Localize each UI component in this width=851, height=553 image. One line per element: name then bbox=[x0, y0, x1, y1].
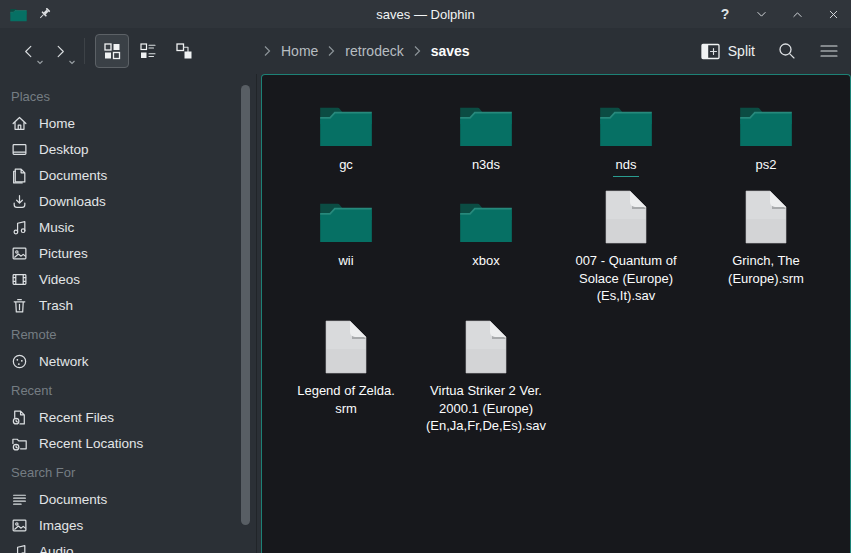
breadcrumb-chevron-icon bbox=[327, 45, 336, 57]
icons-view-button[interactable] bbox=[95, 34, 129, 68]
tree-view-icon bbox=[175, 42, 193, 60]
folder-icon bbox=[459, 199, 513, 243]
video-icon bbox=[11, 271, 28, 288]
search-icon bbox=[777, 41, 797, 61]
back-button[interactable] bbox=[12, 35, 44, 67]
sidebar-item-home[interactable]: Home bbox=[0, 110, 261, 136]
back-history-caret-icon[interactable] bbox=[36, 60, 44, 65]
sidebar-item-music[interactable]: Music bbox=[0, 214, 261, 240]
item-label-hovered: nds bbox=[613, 156, 640, 177]
window-body: Places Home Desktop Documents Downloads … bbox=[0, 74, 851, 553]
section-header-search-for: Search For bbox=[0, 456, 261, 486]
folder-icon bbox=[599, 103, 653, 147]
sidebar-divider bbox=[256, 74, 257, 553]
document-lines-icon bbox=[11, 491, 28, 508]
split-view-icon bbox=[701, 43, 720, 60]
split-button-label: Split bbox=[728, 43, 755, 59]
sidebar-scrollbar-thumb[interactable] bbox=[241, 85, 250, 525]
file-item-grinch-the[interactable]: Grinch, The (Europe).srm bbox=[696, 189, 836, 319]
sidebar-item-pictures[interactable]: Pictures bbox=[0, 240, 261, 266]
close-button[interactable] bbox=[825, 6, 841, 22]
folder-icon bbox=[319, 103, 373, 147]
sidebar-item-label: Trash bbox=[39, 298, 73, 313]
section-header-places: Places bbox=[0, 80, 261, 110]
file-item-legend-of-zelda[interactable]: Legend of Zelda. srm bbox=[276, 319, 416, 435]
folder-icon bbox=[739, 103, 793, 147]
folder-item-wii[interactable]: wii bbox=[276, 189, 416, 319]
item-label: Legend of Zelda. srm bbox=[297, 382, 395, 417]
folder-item-n3ds[interactable]: n3ds bbox=[416, 93, 556, 189]
sidebar-item-label: Network bbox=[39, 354, 89, 369]
section-header-recent: Recent bbox=[0, 374, 261, 404]
sidebar-item-search-documents[interactable]: Documents bbox=[0, 486, 261, 512]
folder-item-xbox[interactable]: xbox bbox=[416, 189, 556, 319]
icon-grid-row: gc n3ds nds ps2 bbox=[276, 93, 850, 189]
file-item-virtua-striker-2[interactable]: Virtua Striker 2 Ver. 2000.1 (Europe) (E… bbox=[416, 319, 556, 435]
sidebar-item-label: Pictures bbox=[39, 246, 88, 261]
sidebar-item-videos[interactable]: Videos bbox=[0, 266, 261, 292]
item-label: n3ds bbox=[472, 156, 500, 174]
sidebar-item-label: Downloads bbox=[39, 194, 106, 209]
sidebar-item-label: Recent Files bbox=[39, 410, 114, 425]
titlebar[interactable]: saves — Dolphin ? bbox=[0, 0, 851, 28]
item-label: xbox bbox=[472, 252, 499, 270]
breadcrumb-item-saves[interactable]: saves bbox=[431, 43, 470, 59]
image-icon bbox=[11, 517, 28, 534]
help-button[interactable]: ? bbox=[717, 6, 733, 22]
split-button[interactable]: Split bbox=[701, 43, 755, 60]
hamburger-menu-icon bbox=[819, 41, 839, 61]
sidebar-item-recent-files[interactable]: Recent Files bbox=[0, 404, 261, 430]
file-icon bbox=[324, 319, 368, 375]
maximize-button[interactable] bbox=[789, 6, 805, 22]
sidebar-item-documents[interactable]: Documents bbox=[0, 162, 261, 188]
desktop-icon bbox=[11, 141, 28, 158]
folder-item-nds[interactable]: nds bbox=[556, 93, 696, 189]
sidebar-item-label: Recent Locations bbox=[39, 436, 143, 451]
icons-view-icon bbox=[103, 42, 121, 60]
item-label: Virtua Striker 2 Ver. 2000.1 (Europe) (E… bbox=[426, 382, 546, 435]
music-icon bbox=[11, 219, 28, 236]
sidebar-item-label: Documents bbox=[39, 168, 107, 183]
toolbar: Home retrodeck saves Split bbox=[0, 28, 851, 74]
item-label: wii bbox=[338, 252, 353, 270]
folder-item-ps2[interactable]: ps2 bbox=[696, 93, 836, 189]
sidebar-item-desktop[interactable]: Desktop bbox=[0, 136, 261, 162]
folder-icon bbox=[319, 199, 373, 243]
pin-icon[interactable] bbox=[37, 7, 52, 22]
sidebar-item-label: Documents bbox=[39, 492, 107, 507]
icon-grid-row: wii xbox 007 - Quantum of Solace (Europe… bbox=[276, 189, 850, 319]
file-icon bbox=[604, 189, 648, 245]
sidebar-item-label: Videos bbox=[39, 272, 80, 287]
sidebar-item-search-images[interactable]: Images bbox=[0, 512, 261, 538]
sidebar-item-search-audio[interactable]: Audio bbox=[0, 538, 261, 553]
window-controls: ? bbox=[717, 6, 841, 22]
forward-history-caret-icon[interactable] bbox=[68, 60, 76, 65]
sidebar-item-network[interactable]: Network bbox=[0, 348, 261, 374]
sidebar-item-recent-locations[interactable]: Recent Locations bbox=[0, 430, 261, 456]
document-icon bbox=[11, 167, 28, 184]
search-button[interactable] bbox=[777, 41, 797, 61]
sidebar-item-label: Audio bbox=[39, 544, 74, 553]
breadcrumb-chevron-icon bbox=[263, 45, 272, 57]
section-header-remote: Remote bbox=[0, 318, 261, 348]
sidebar-item-downloads[interactable]: Downloads bbox=[0, 188, 261, 214]
folder-view[interactable]: gc n3ds nds ps2 wii bbox=[261, 74, 851, 553]
details-view-button[interactable] bbox=[131, 34, 165, 68]
folder-item-gc[interactable]: gc bbox=[276, 93, 416, 189]
dolphin-window: saves — Dolphin ? bbox=[0, 0, 851, 553]
tree-view-button[interactable] bbox=[167, 34, 201, 68]
toolbar-separator bbox=[84, 38, 85, 64]
recent-folder-icon bbox=[11, 435, 28, 452]
file-item-007-quantum-of-solace[interactable]: 007 - Quantum of Solace (Europe) (Es,It)… bbox=[556, 189, 696, 319]
breadcrumb-item-home[interactable]: Home bbox=[281, 43, 318, 59]
sidebar-item-trash[interactable]: Trash bbox=[0, 292, 261, 318]
sidebar-item-label: Images bbox=[39, 518, 83, 533]
minimize-button[interactable] bbox=[753, 6, 769, 22]
network-icon bbox=[11, 353, 28, 370]
menu-button[interactable] bbox=[819, 41, 839, 61]
breadcrumb-item-retrodeck[interactable]: retrodeck bbox=[345, 43, 403, 59]
sidebar-item-label: Desktop bbox=[39, 142, 89, 157]
forward-button[interactable] bbox=[44, 35, 76, 67]
music-icon bbox=[11, 543, 28, 553]
sidebar-item-label: Home bbox=[39, 116, 75, 131]
